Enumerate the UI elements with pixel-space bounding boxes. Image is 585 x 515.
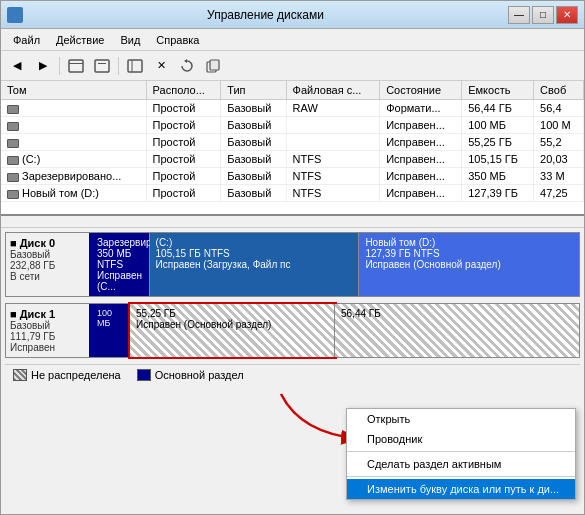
table-row[interactable]: Простой Базовый RAW Формати... 56,44 ГБ … xyxy=(1,100,584,117)
menu-action[interactable]: Действие xyxy=(48,32,112,48)
tool-btn-1[interactable] xyxy=(64,55,88,77)
menu-file[interactable]: Файл xyxy=(5,32,48,48)
minimize-button[interactable]: — xyxy=(508,6,530,24)
cell-volume: (C:) xyxy=(1,151,146,168)
cell-type: Базовый xyxy=(221,151,286,168)
partition-detail: 350 МБ NTFS xyxy=(97,248,143,270)
cell-volume: Новый том (D:) xyxy=(1,185,146,202)
disk-0-name: ■ Диск 0 xyxy=(10,237,85,249)
cell-type: Базовый xyxy=(221,100,286,117)
cell-status: Исправен... xyxy=(380,168,462,185)
cell-type: Базовый xyxy=(221,168,286,185)
cell-capacity: 55,25 ГБ xyxy=(462,134,534,151)
table-area[interactable]: Том Располо... Тип Файловая с... Состоян… xyxy=(1,81,584,216)
cell-capacity: 350 МБ xyxy=(462,168,534,185)
col-free[interactable]: Своб xyxy=(534,81,584,100)
disk-1-label: ■ Диск 1 Базовый 111,79 ГБ Исправен xyxy=(6,304,91,357)
close-button[interactable]: ✕ xyxy=(556,6,578,24)
svg-rect-1 xyxy=(69,63,83,64)
partition-status: Исправен (Основной раздел) xyxy=(365,259,573,270)
disk-1-partition-small[interactable]: 100 МБ xyxy=(91,304,130,357)
partition-label: Зарезервир... xyxy=(97,237,143,248)
title-bar-buttons: — □ ✕ xyxy=(508,6,578,24)
legend-unallocated-box xyxy=(13,369,27,381)
svg-rect-3 xyxy=(98,63,106,64)
disk-1-row: ■ Диск 1 Базовый 111,79 ГБ Исправен 100 … xyxy=(5,303,580,358)
partition-label: Новый том (D:) xyxy=(365,237,573,248)
cell-status: Исправен... xyxy=(380,117,462,134)
legend-unallocated: Не распределена xyxy=(13,369,121,381)
ctx-explorer[interactable]: Проводник xyxy=(347,429,575,449)
ctx-open[interactable]: Открыть xyxy=(347,409,575,429)
cell-fs xyxy=(286,117,380,134)
table-row[interactable]: Новый том (D:) Простой Базовый NTFS Испр… xyxy=(1,185,584,202)
disk-1-name: ■ Диск 1 xyxy=(10,308,85,320)
disk-1-size: 111,79 ГБ xyxy=(10,331,85,342)
volumes-table: Том Располо... Тип Файловая с... Состоян… xyxy=(1,81,584,202)
table-row[interactable]: Простой Базовый Исправен... 100 МБ 100 М xyxy=(1,117,584,134)
legend-primary-label: Основной раздел xyxy=(155,369,244,381)
cell-free: 100 М xyxy=(534,117,584,134)
back-button[interactable]: ◀ xyxy=(5,55,29,77)
cell-free: 20,03 xyxy=(534,151,584,168)
svg-rect-8 xyxy=(210,60,219,70)
col-status[interactable]: Состояние xyxy=(380,81,462,100)
disk-0-partition-reserved[interactable]: Зарезервир... 350 МБ NTFS Исправен (С... xyxy=(91,233,150,296)
svg-rect-4 xyxy=(128,60,142,72)
disk-0-type: Базовый xyxy=(10,249,85,260)
cell-volume xyxy=(1,117,146,134)
menu-view[interactable]: Вид xyxy=(112,32,148,48)
disk-0-label: ■ Диск 0 Базовый 232,88 ГБ В сети xyxy=(6,233,91,296)
cell-status: Исправен... xyxy=(380,151,462,168)
cell-capacity: 100 МБ xyxy=(462,117,534,134)
col-location[interactable]: Располо... xyxy=(146,81,221,100)
maximize-button[interactable]: □ xyxy=(532,6,554,24)
partition-status: Исправен (Основной раздел) xyxy=(136,319,328,330)
toolbar-separator-1 xyxy=(59,57,60,75)
horizontal-scrollbar[interactable] xyxy=(1,216,584,228)
tool-btn-copy[interactable] xyxy=(201,55,225,77)
partition-detail: 127,39 ГБ NTFS xyxy=(365,248,573,259)
cell-capacity: 105,15 ГБ xyxy=(462,151,534,168)
table-row[interactable]: (C:) Простой Базовый NTFS Исправен... 10… xyxy=(1,151,584,168)
disk-0-partition-c[interactable]: (C:) 105,15 ГБ NTFS Исправен (Загрузка, … xyxy=(150,233,360,296)
cell-fs xyxy=(286,134,380,151)
tool-btn-delete[interactable]: ✕ xyxy=(149,55,173,77)
partition-detail: 105,15 ГБ NTFS xyxy=(156,248,353,259)
tool-btn-refresh[interactable] xyxy=(175,55,199,77)
disk-1-partition-main[interactable]: 55,25 ГБ Исправен (Основной раздел) xyxy=(130,304,335,357)
tool-btn-2[interactable] xyxy=(90,55,114,77)
cell-location: Простой xyxy=(146,134,221,151)
cell-type: Базовый xyxy=(221,185,286,202)
forward-button[interactable]: ▶ xyxy=(31,55,55,77)
col-type[interactable]: Тип xyxy=(221,81,286,100)
disk-1-status: Исправен xyxy=(10,342,85,353)
cell-free: 33 М xyxy=(534,168,584,185)
legend: Не распределена Основной раздел xyxy=(5,364,580,385)
col-capacity[interactable]: Емкость xyxy=(462,81,534,100)
ctx-make-active[interactable]: Сделать раздел активным xyxy=(347,454,575,474)
tool-btn-3[interactable] xyxy=(123,55,147,77)
disk-0-partition-d[interactable]: Новый том (D:) 127,39 ГБ NTFS Исправен (… xyxy=(359,233,579,296)
ctx-change-letter[interactable]: Изменить букву диска или путь к ди... xyxy=(347,479,575,499)
cell-location: Простой xyxy=(146,185,221,202)
table-row[interactable]: Зарезервировано... Простой Базовый NTFS … xyxy=(1,168,584,185)
cell-status: Исправен... xyxy=(380,185,462,202)
disk-1-type: Базовый xyxy=(10,320,85,331)
svg-rect-0 xyxy=(69,60,83,72)
col-fs[interactable]: Файловая с... xyxy=(286,81,380,100)
cell-location: Простой xyxy=(146,117,221,134)
disk-0-status: В сети xyxy=(10,271,85,282)
cell-free: 56,4 xyxy=(534,100,584,117)
cell-status: Исправен... xyxy=(380,134,462,151)
cell-fs: NTFS xyxy=(286,185,380,202)
table-row[interactable]: Простой Базовый Исправен... 55,25 ГБ 55,… xyxy=(1,134,584,151)
title-bar: Управление дисками — □ ✕ xyxy=(1,1,584,29)
col-volume[interactable]: Том xyxy=(1,81,146,100)
cell-type: Базовый xyxy=(221,134,286,151)
disk-0-partitions: Зарезервир... 350 МБ NTFS Исправен (С...… xyxy=(91,233,579,296)
disk-0-size: 232,88 ГБ xyxy=(10,260,85,271)
cell-location: Простой xyxy=(146,168,221,185)
menu-help[interactable]: Справка xyxy=(148,32,207,48)
disk-1-partition-raw[interactable]: 56,44 ГБ xyxy=(335,304,579,357)
